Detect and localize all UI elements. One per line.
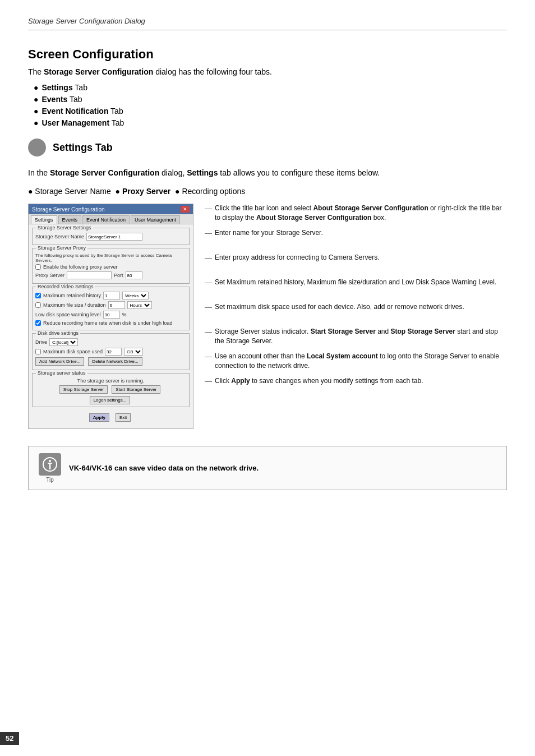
annotation-5: — Set maximum disk space used for each d… [205, 302, 507, 327]
annotation-3: — Enter proxy address for connecting to … [205, 253, 507, 278]
dialog-title: Storage Server Configuration [32, 206, 105, 213]
dialog-titlebar: Storage Server Configuration ✕ [29, 204, 193, 214]
low-disk-unit: % [122, 312, 127, 317]
page-header: Storage Server Configuration Dialog [28, 17, 507, 30]
max-disk-label: Maximum disk space used [43, 349, 103, 354]
annotation-1: — Click the title bar icon and select Ab… [205, 204, 507, 228]
max-file-checkbox[interactable] [35, 302, 41, 308]
proxy-server-input[interactable] [67, 271, 112, 279]
max-history-label: Maximum retained history [43, 293, 101, 298]
tab-event-notification[interactable]: Event Notification [82, 215, 130, 224]
tip-svg-icon [42, 457, 58, 472]
list-item-event-notification: Event Notification Tab [34, 107, 507, 116]
low-disk-label: Low disk space warning level [35, 312, 101, 317]
max-file-unit-select[interactable]: Hours [127, 301, 152, 309]
logon-settings-button[interactable]: Logon settings... [90, 396, 131, 404]
low-disk-input[interactable] [103, 311, 120, 319]
list-item-settings: Settings Tab [34, 83, 507, 92]
annotation-4: — Set Maximum retained history, Maximum … [205, 278, 507, 302]
max-disk-input[interactable] [105, 348, 122, 356]
storage-server-settings-group: Storage Server Settings Storage Server N… [32, 228, 190, 245]
low-disk-row: Low disk space warning level % [35, 311, 186, 319]
reduce-recording-label: Reduce recording frame rate when disk is… [43, 320, 173, 326]
annotation-8: — Click Apply to save changes when you m… [205, 376, 507, 401]
svg-point-1 [49, 460, 51, 462]
dialog-area: Storage Server Configuration ✕ Settings … [28, 204, 507, 429]
tip-icon [39, 453, 61, 476]
annotation-6: — Storage Server status indicator. Start… [205, 327, 507, 352]
proxy-server-label: Proxy Server [35, 273, 64, 278]
stop-storage-server-button[interactable]: Stop Storage Server [59, 385, 108, 394]
tip-text: VK-64/VK-16 can save video data on the n… [69, 464, 259, 472]
intro-paragraph: The Storage Server Configuration dialog … [28, 67, 507, 76]
dialog-apply-row: Apply Exit [32, 410, 190, 425]
reduce-recording-row: Reduce recording frame rate when disk is… [35, 320, 186, 326]
settings-tab-icon [28, 139, 46, 156]
items-line: ● Storage Server Name ● Proxy Server ● R… [28, 187, 507, 196]
settings-description: In the Storage Server Configuration dial… [28, 167, 507, 179]
status-text: The storage server is running. [35, 378, 186, 384]
enable-proxy-checkbox[interactable] [35, 264, 41, 270]
tab-user-management[interactable]: User Management [131, 215, 180, 224]
disk-drive-settings-title: Disk drive settings [36, 330, 80, 336]
dialog-close-button[interactable]: ✕ [181, 206, 190, 213]
drive-row: Drive C:[local] [35, 338, 186, 346]
drive-select[interactable]: C:[local] [49, 338, 78, 346]
storage-server-status-content: The storage server is running. Stop Stor… [35, 376, 186, 404]
storage-server-status-title: Storage server status [36, 370, 87, 376]
header-title: Storage Server Configuration Dialog [28, 17, 145, 25]
max-file-input[interactable] [108, 301, 125, 309]
tip-box: Tip VK-64/VK-16 can save video data on t… [28, 446, 507, 490]
dialog-tabs: Settings Events Event Notification User … [29, 214, 193, 224]
max-file-label: Maximum file size / duration [43, 302, 106, 308]
tip-label: Tip [46, 477, 54, 483]
max-file-row: Maximum file size / duration Hours [35, 301, 186, 309]
start-storage-server-button[interactable]: Start Storage Server [112, 385, 160, 394]
add-network-drive-button[interactable]: Add Network Drive... [35, 357, 84, 366]
server-name-input[interactable] [86, 233, 142, 241]
reduce-recording-checkbox[interactable] [35, 320, 41, 326]
server-name-row: Storage Server Name [35, 233, 186, 241]
proxy-server-row: Proxy Server Port [35, 271, 186, 279]
tip-icon-container: Tip [39, 453, 61, 483]
enable-proxy-label: Enable the following proxy server [43, 264, 118, 270]
annotation-2: — Enter name for your Storage Server. [205, 228, 507, 253]
max-disk-unit-select[interactable]: GB [124, 348, 143, 356]
dialog-body: Storage Server Settings Storage Server N… [29, 224, 193, 428]
enable-proxy-row: Enable the following proxy server [35, 264, 186, 270]
annotation-7: — Use an account other than the Local Sy… [205, 352, 507, 376]
max-history-input[interactable] [103, 292, 120, 299]
storage-server-proxy-group: Storage Server Proxy The following proxy… [32, 248, 190, 284]
list-item-events: Events Tab [34, 95, 507, 104]
recorded-video-settings-title: Recorded Video Settings [36, 284, 95, 289]
proxy-port-input[interactable] [126, 271, 142, 279]
recorded-video-settings-group: Recorded Video Settings Maximum retained… [32, 287, 190, 330]
storage-server-proxy-content: The following proxy is used by the Stora… [35, 251, 186, 279]
dialog-screenshot: Storage Server Configuration ✕ Settings … [28, 204, 193, 429]
proxy-description: The following proxy is used by the Stora… [35, 253, 186, 263]
page-number: 52 [0, 732, 19, 745]
annotations-column: — Click the title bar icon and select Ab… [205, 204, 507, 429]
max-disk-row: Maximum disk space used GB [35, 348, 186, 356]
apply-button[interactable]: Apply [89, 413, 109, 422]
server-control-buttons: Stop Storage Server Start Storage Server [35, 385, 186, 394]
proxy-port-label: Port [114, 273, 123, 278]
disk-drive-settings-content: Drive C:[local] Maximum disk space used [35, 336, 186, 366]
max-history-row: Maximum retained history Weeks [35, 292, 186, 299]
max-history-checkbox[interactable] [35, 293, 41, 298]
network-drive-buttons-row: Add Network Drive... Delete Network Driv… [35, 357, 186, 366]
exit-button[interactable]: Exit [116, 413, 131, 422]
disk-drive-settings-group: Disk drive settings Drive C:[local] Maxi… [32, 333, 190, 370]
max-disk-checkbox[interactable] [35, 349, 41, 354]
drive-label: Drive [35, 339, 47, 345]
section-title: Screen Configuration [28, 47, 507, 62]
storage-server-proxy-title: Storage Server Proxy [36, 245, 87, 251]
recorded-video-settings-content: Maximum retained history Weeks Maximum f… [35, 289, 186, 326]
tab-events[interactable]: Events [58, 215, 82, 224]
storage-server-settings-content: Storage Server Name [35, 231, 186, 241]
max-history-unit-select[interactable]: Weeks [122, 292, 149, 299]
tab-settings[interactable]: Settings [31, 215, 57, 224]
delete-network-drive-button[interactable]: Delete Network Drive... [88, 357, 142, 366]
settings-tab-header: Settings Tab [28, 139, 507, 156]
storage-server-status-group: Storage server status The storage server… [32, 373, 190, 407]
